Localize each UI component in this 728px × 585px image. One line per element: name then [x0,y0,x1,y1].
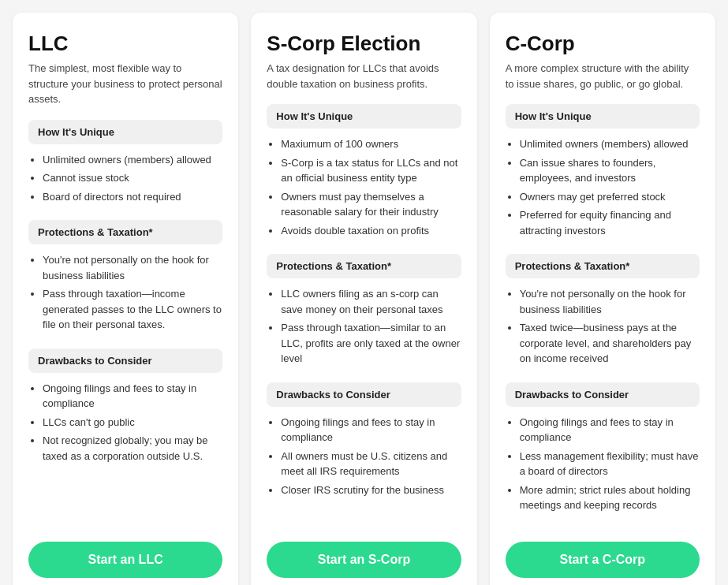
section-list-llc-0: Unlimited owners (members) allowedCannot… [28,152,222,208]
start-button-llc[interactable]: Start an LLC [28,542,222,578]
list-item: Closer IRS scrutiny for the business [281,483,461,498]
list-item: Ongoing filings and fees to stay in comp… [281,415,461,445]
list-item: Unlimited owners (members) allowed [43,152,222,168]
list-item: Ongoing filings and fees to stay in comp… [520,415,700,445]
list-item: S-Corp is a tax status for LLCs and not … [281,155,461,186]
section-header-llc-2: Drawbacks to Consider [28,348,222,373]
list-item: Can issue shares to founders, employees,… [520,155,700,186]
card-llc: LLCThe simplest, most flexible way to st… [13,13,238,585]
list-item: Not recognized globally; you may be taxe… [43,433,222,464]
section-list-scorp-1: LLC owners filing as an s-corp can save … [267,286,461,370]
list-item: Avoids double taxation on profits [281,223,461,239]
list-item: Unlimited owners (members) allowed [520,136,700,152]
cards-container: LLCThe simplest, most flexible way to st… [13,13,715,585]
list-item: Pass through taxation—income generated p… [43,286,222,333]
section-header-ccorp-1: Protections & Taxation* [506,254,700,278]
start-button-ccorp[interactable]: Start a C-Corp [506,542,700,578]
card-title-scorp: S-Corp Election [267,32,461,56]
start-button-scorp[interactable]: Start an S-Corp [267,542,461,578]
card-subtitle-scorp: A tax designation for LLCs that avoids d… [267,61,461,91]
card-footer-scorp: Start an S-CorpStarts at $0 + state fili… [267,529,461,586]
list-item: Board of directors not required [43,189,222,205]
card-title-ccorp: C-Corp [506,32,700,56]
section-header-ccorp-2: Drawbacks to Consider [506,382,700,407]
list-item: Less management flexibility; must have a… [520,449,700,479]
list-item: Owners may get preferred stock [520,189,700,205]
section-list-ccorp-2: Ongoing filings and fees to stay in comp… [506,415,700,516]
list-item: You're not personally on the hook for bu… [520,286,700,317]
list-item: Maxiumum of 100 owners [281,136,461,152]
section-header-llc-0: How It's Unique [28,120,222,144]
section-list-llc-2: Ongoing filings and fees to stay in comp… [28,381,222,468]
list-item: LLCs can't go public [43,415,222,430]
card-scorp: S-Corp ElectionA tax designation for LLC… [251,13,476,585]
section-header-scorp-2: Drawbacks to Consider [267,382,461,407]
list-item: Pass through taxation—similar to an LLC,… [281,320,461,367]
list-item: Ongoing filings and fees to stay in comp… [43,381,222,412]
card-subtitle-llc: The simplest, most flexible way to struc… [28,61,222,107]
list-item: Cannot issue stock [43,170,222,186]
card-ccorp: C-CorpA more complex structure with the … [490,13,715,585]
list-item: Owners must pay themselves a reasonable … [281,189,461,220]
list-item: All owners must be U.S. citizens and mee… [281,449,461,479]
section-list-ccorp-1: You're not personally on the hook for bu… [506,286,700,370]
list-item: More admin; strict rules about holding m… [520,483,700,513]
card-title-llc: LLC [28,32,222,56]
section-header-scorp-0: How It's Unique [267,104,461,129]
section-list-scorp-0: Maxiumum of 100 ownersS-Corp is a tax st… [267,136,461,241]
section-header-ccorp-0: How It's Unique [506,104,700,129]
section-header-scorp-1: Protections & Taxation* [267,254,461,278]
list-item: You're not personally on the hook for bu… [43,252,222,283]
section-list-scorp-2: Ongoing filings and fees to stay in comp… [267,415,461,501]
list-item: Preferred for equity financing and attra… [520,207,700,238]
list-item: LLC owners filing as an s-corp can save … [281,286,461,317]
card-footer-ccorp: Start a C-CorpStarts at $0 + state filin… [506,529,700,586]
section-header-llc-1: Protections & Taxation* [28,220,222,244]
card-footer-llc: Start an LLCStarts at $0 + state filing … [28,529,222,586]
section-list-llc-1: You're not personally on the hook for bu… [28,252,222,336]
section-list-ccorp-0: Unlimited owners (members) allowedCan is… [506,136,700,241]
list-item: Taxed twice—business pays at the corpora… [520,320,700,367]
card-subtitle-ccorp: A more complex structure with the abilit… [506,61,700,91]
